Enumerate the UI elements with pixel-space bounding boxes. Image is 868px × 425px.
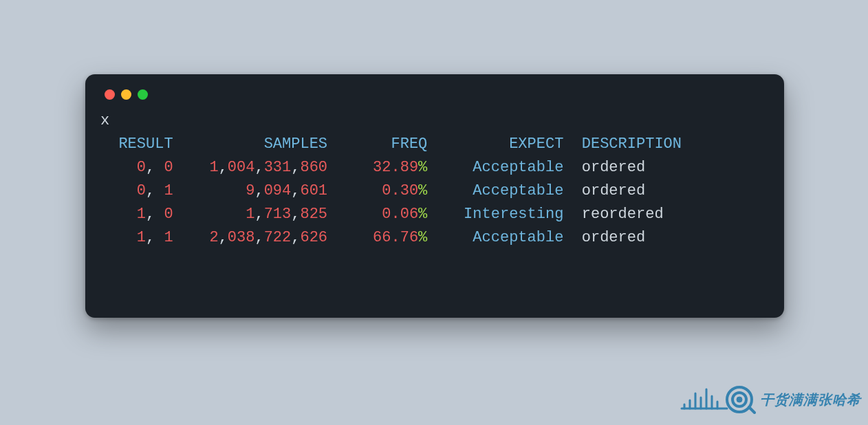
table-row: 0, 1 9,094,601 0.30% Acceptable ordered — [100, 179, 769, 203]
terminal-window: x RESULT SAMPLES FREQ EXPECT DESCRIPTION… — [85, 74, 784, 318]
watermark-text: 干货满满张哈希 — [760, 391, 861, 409]
svg-point-10 — [737, 397, 742, 402]
window-titlebar — [100, 87, 769, 109]
close-icon[interactable] — [105, 89, 115, 100]
table-row: 0, 0 1,004,331,860 32.89% Acceptable ord… — [100, 156, 769, 179]
table-header: RESULT SAMPLES FREQ EXPECT DESCRIPTION — [100, 133, 769, 156]
terminal-output: x RESULT SAMPLES FREQ EXPECT DESCRIPTION… — [100, 109, 769, 250]
watermark: 干货满满张哈希 — [680, 384, 861, 415]
sound-wave-icon — [680, 384, 756, 415]
table-row: 1, 0 1,713,825 0.06% Interesting reorder… — [100, 203, 769, 226]
table-row: 1, 1 2,038,722,626 66.76% Acceptable ord… — [100, 226, 769, 250]
zoom-icon[interactable] — [138, 89, 148, 100]
minimize-icon[interactable] — [121, 89, 131, 100]
prompt-line: x — [100, 109, 769, 133]
